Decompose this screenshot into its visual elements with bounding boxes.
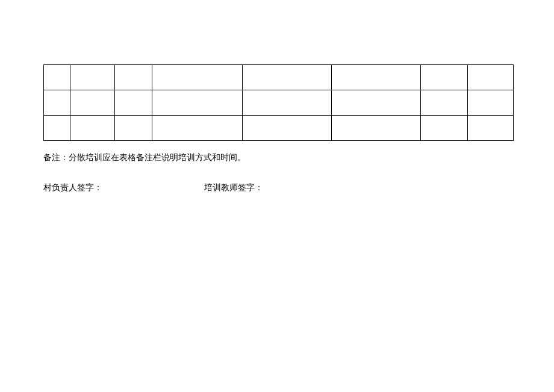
table-row	[44, 90, 514, 116]
table-cell	[421, 90, 468, 116]
table-cell	[70, 116, 115, 141]
table-cell	[70, 90, 115, 116]
table-cell	[243, 116, 332, 141]
table-cell	[243, 65, 332, 90]
table-cell	[115, 116, 152, 141]
table-cell	[421, 65, 468, 90]
table-cell	[332, 116, 421, 141]
table-cell	[332, 90, 421, 116]
teacher-signature-label: 培训教师签字：	[204, 182, 263, 194]
table-cell	[243, 90, 332, 116]
table-cell	[468, 116, 514, 141]
training-table	[43, 64, 514, 141]
village-leader-signature-label: 村负责人签字：	[43, 182, 102, 194]
document-body: 备注：分散培训应在表格备注栏说明培训方式和时间。 村负责人签字： 培训教师签字：	[43, 64, 513, 193]
table-cell	[332, 65, 421, 90]
table-cell	[115, 90, 152, 116]
table-cell	[44, 116, 70, 141]
table-cell	[421, 116, 468, 141]
signature-line: 村负责人签字： 培训教师签字：	[43, 182, 513, 194]
table-row	[44, 116, 514, 141]
table-row	[44, 65, 514, 90]
table-cell	[70, 65, 115, 90]
table-cell	[115, 65, 152, 90]
table-cell	[468, 65, 514, 90]
table-cell	[152, 90, 243, 116]
note-text: 备注：分散培训应在表格备注栏说明培训方式和时间。	[43, 152, 513, 164]
table-cell	[152, 116, 243, 141]
table-cell	[152, 65, 243, 90]
table-cell	[44, 90, 70, 116]
table-cell	[44, 65, 70, 90]
table-cell	[468, 90, 514, 116]
